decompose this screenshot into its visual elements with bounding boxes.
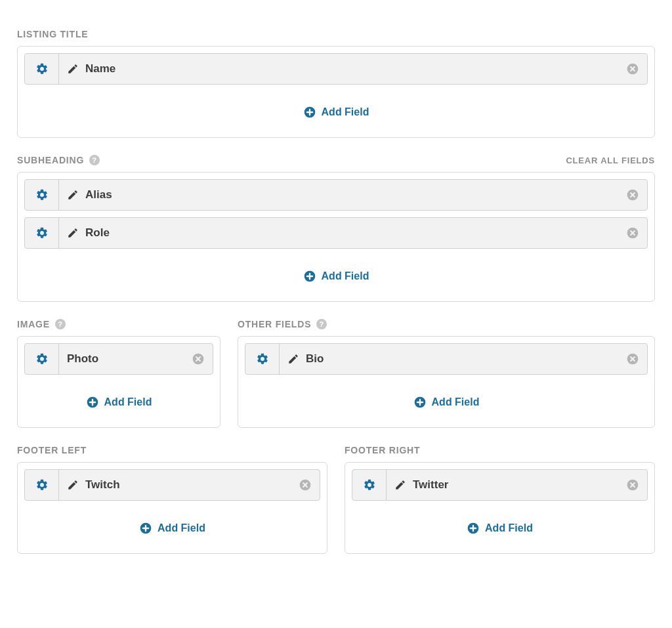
add-field-label: Add Field	[322, 270, 369, 282]
section-header-listing-title: LISTING TITLE	[17, 29, 655, 39]
field-label: Bio	[306, 352, 324, 366]
field-label: Role	[85, 226, 110, 240]
add-field-label: Add Field	[158, 522, 205, 534]
close-icon	[626, 188, 639, 201]
panel-other-fields: Bio Add Field	[238, 336, 655, 428]
field-label: Name	[85, 62, 116, 75]
add-field-button[interactable]: Add Field	[24, 381, 213, 421]
field-row-name[interactable]: Name	[24, 53, 648, 85]
field-row-twitter[interactable]: Twitter	[352, 469, 648, 501]
section-header-subheading: SUBHEADING ? CLEAR ALL FIELDS	[17, 155, 655, 165]
close-icon	[626, 62, 639, 75]
field-body: Bio	[280, 344, 618, 374]
gear-icon	[35, 188, 49, 201]
field-body: Name	[59, 54, 618, 84]
pencil-icon	[67, 189, 79, 201]
section-header-other-fields: OTHER FIELDS ?	[238, 319, 655, 329]
field-settings-button[interactable]	[25, 180, 59, 210]
section-title-text: FOOTER RIGHT	[345, 445, 420, 455]
field-settings-button[interactable]	[25, 344, 59, 374]
field-body: Twitter	[387, 470, 618, 500]
help-icon[interactable]: ?	[316, 319, 327, 329]
section-title: LISTING TITLE	[17, 29, 88, 39]
add-field-label: Add Field	[322, 106, 369, 118]
plus-circle-icon	[413, 396, 427, 409]
clear-all-label: CLEAR ALL FIELDS	[566, 156, 655, 165]
add-field-button[interactable]: Add Field	[24, 507, 320, 547]
field-settings-button[interactable]	[25, 218, 59, 248]
section-title-text: SUBHEADING	[17, 155, 84, 165]
add-field-button[interactable]: Add Field	[24, 255, 648, 295]
field-remove-button[interactable]	[618, 54, 647, 84]
field-row-twitch[interactable]: Twitch	[24, 469, 320, 501]
help-icon[interactable]: ?	[89, 155, 100, 165]
section-header-footer-right: FOOTER RIGHT	[345, 445, 655, 455]
section-title-text: FOOTER LEFT	[17, 445, 87, 455]
field-remove-button[interactable]	[618, 180, 647, 210]
close-icon	[626, 226, 639, 240]
field-body: Photo	[59, 344, 184, 374]
help-icon[interactable]: ?	[55, 319, 66, 329]
add-field-label: Add Field	[485, 522, 533, 534]
section-title: FOOTER LEFT	[17, 445, 87, 455]
field-remove-button[interactable]	[618, 470, 647, 500]
panel-footer-left: Twitch Add Field	[17, 462, 327, 554]
field-body: Role	[59, 218, 618, 248]
add-field-label: Add Field	[104, 396, 152, 408]
close-icon	[299, 478, 312, 492]
section-header-image: IMAGE ?	[17, 319, 220, 329]
field-settings-button[interactable]	[25, 54, 59, 84]
pencil-icon	[67, 227, 79, 239]
field-body: Alias	[59, 180, 618, 210]
plus-circle-icon	[86, 396, 99, 409]
field-label: Twitter	[413, 478, 448, 492]
section-title-text: IMAGE	[17, 319, 50, 329]
field-remove-button[interactable]	[184, 344, 213, 374]
field-remove-button[interactable]	[618, 218, 647, 248]
field-settings-button[interactable]	[245, 344, 280, 374]
field-label: Twitch	[85, 478, 120, 492]
plus-circle-icon	[467, 522, 480, 535]
plus-circle-icon	[303, 106, 316, 119]
field-settings-button[interactable]	[352, 470, 387, 500]
add-field-button[interactable]: Add Field	[24, 91, 648, 131]
gear-icon	[256, 352, 269, 366]
field-remove-button[interactable]	[291, 470, 320, 500]
add-field-button[interactable]: Add Field	[352, 507, 648, 547]
add-field-button[interactable]: Add Field	[245, 381, 648, 421]
gear-icon	[35, 352, 49, 366]
section-title: OTHER FIELDS ?	[238, 319, 327, 329]
field-label: Photo	[67, 352, 98, 366]
section-title: SUBHEADING ?	[17, 155, 100, 165]
section-title-text: LISTING TITLE	[17, 29, 88, 39]
field-row-photo[interactable]: Photo	[24, 343, 213, 375]
field-remove-button[interactable]	[618, 344, 647, 374]
pencil-icon	[67, 479, 79, 491]
clear-all-fields-button[interactable]: CLEAR ALL FIELDS	[566, 156, 655, 165]
close-icon	[192, 352, 205, 366]
plus-circle-icon	[303, 270, 316, 283]
panel-image: Photo Add Field	[17, 336, 220, 428]
add-field-label: Add Field	[432, 396, 480, 408]
field-row-bio[interactable]: Bio	[245, 343, 648, 375]
pencil-icon	[287, 353, 299, 365]
section-title-text: OTHER FIELDS	[238, 319, 311, 329]
plus-circle-icon	[139, 522, 152, 535]
section-title: IMAGE ?	[17, 319, 66, 329]
gear-icon	[35, 62, 49, 75]
panel-footer-right: Twitter Add Field	[345, 462, 655, 554]
close-icon	[626, 352, 639, 366]
close-icon	[626, 478, 639, 492]
gear-icon	[363, 478, 376, 492]
panel-subheading: Alias Role Add Field	[17, 172, 655, 302]
field-row-alias[interactable]: Alias	[24, 179, 648, 211]
gear-icon	[35, 226, 49, 240]
pencil-icon	[394, 479, 406, 491]
pencil-icon	[67, 63, 79, 75]
field-row-role[interactable]: Role	[24, 217, 648, 249]
gear-icon	[35, 478, 49, 492]
field-settings-button[interactable]	[25, 470, 59, 500]
panel-listing-title: Name Add Field	[17, 46, 655, 138]
field-label: Alias	[85, 188, 112, 201]
field-body: Twitch	[59, 470, 291, 500]
